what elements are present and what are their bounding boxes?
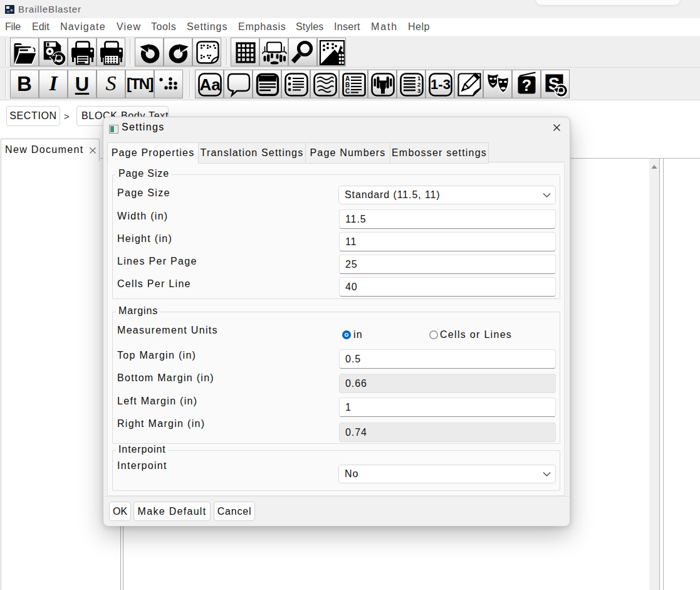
svg-text:?: ? [522,76,531,94]
svg-text:1-3: 1-3 [431,76,451,92]
svg-text:C: C [345,88,350,95]
svg-text:Aa: Aa [199,75,221,94]
svg-text:3: 3 [417,87,421,94]
